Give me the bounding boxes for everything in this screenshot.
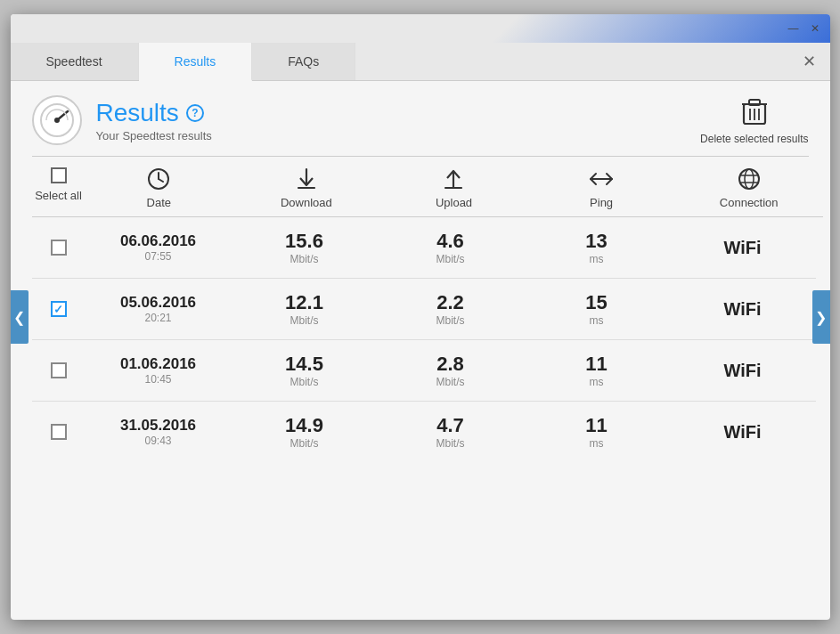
row-0-date: 06.06.2016 07:55 [86, 232, 232, 263]
minimize-button[interactable]: — [786, 20, 802, 37]
window-close-button[interactable]: ✕ [788, 43, 830, 80]
row-3-date: 31.05.2016 09:43 [86, 417, 232, 447]
table-row: 05.06.2016 20:21 12.1 Mbit/s 2.2 Mbit/s … [32, 279, 816, 340]
table-body: 06.06.2016 07:55 15.6 Mbit/s 4.6 Mbit/s … [32, 217, 823, 620]
ping-icon [589, 167, 614, 191]
col-download: Download [232, 167, 380, 209]
row-3-upload: 4.7 Mbit/s [378, 414, 524, 450]
row-2-upload: 2.8 Mbit/s [378, 353, 524, 388]
row-3-connection: WiFi [670, 422, 816, 443]
row-2-checkbox[interactable] [51, 362, 67, 378]
tab-results[interactable]: Results [139, 43, 253, 81]
header-title-group: Results ? Your Speedtest results [96, 99, 212, 142]
row-2-ping: 11 ms [524, 353, 670, 388]
row-3-download: 14.9 Mbit/s [232, 414, 378, 450]
col-ping-label: Ping [590, 196, 613, 209]
svg-point-17 [745, 169, 754, 189]
row-2-download: 14.5 Mbit/s [232, 353, 378, 388]
close-button[interactable]: ✕ [807, 20, 823, 37]
logo [32, 95, 82, 145]
table-wrapper: Select all Date Download [11, 157, 830, 620]
col-date: Date [86, 167, 233, 209]
select-all-checkbox[interactable] [51, 167, 67, 183]
row-3-checkbox[interactable] [51, 424, 67, 440]
row-0-connection: WiFi [670, 238, 816, 258]
col-connection: Connection [675, 167, 823, 209]
col-date-label: Date [147, 196, 171, 209]
header-subtitle: Your Speedtest results [96, 129, 212, 142]
header-left: Results ? Your Speedtest results [32, 95, 212, 145]
row-2-connection: WiFi [670, 361, 816, 381]
row-checkbox-cell [32, 301, 86, 317]
row-checkbox-cell [32, 240, 86, 256]
nav-left-arrow[interactable]: ❮ [11, 290, 29, 344]
row-1-connection: WiFi [670, 299, 816, 320]
help-button[interactable]: ? [186, 104, 204, 122]
col-ping: Ping [527, 167, 675, 209]
tab-bar: Speedtest Results FAQs ✕ [11, 43, 830, 81]
tab-speedtest[interactable]: Speedtest [11, 43, 139, 80]
row-checkbox-cell [32, 424, 86, 440]
svg-point-16 [739, 169, 759, 189]
row-1-upload: 2.2 Mbit/s [378, 291, 524, 327]
column-headers: Select all Date Download [32, 157, 823, 216]
header: Results ? Your Speedtest results Delete … [11, 81, 830, 156]
row-0-checkbox[interactable] [51, 240, 67, 256]
row-1-download: 12.1 Mbit/s [232, 291, 378, 327]
download-icon [295, 167, 318, 191]
clock-icon [147, 167, 170, 191]
tab-faqs[interactable]: FAQs [252, 43, 355, 80]
title-bar-controls: — ✕ [786, 20, 823, 37]
row-1-date: 05.06.2016 20:21 [86, 294, 232, 324]
table-row: 31.05.2016 09:43 14.9 Mbit/s 4.7 Mbit/s … [32, 402, 816, 462]
delete-selected-button[interactable]: Delete selected results [700, 95, 808, 145]
row-2-date: 01.06.2016 10:45 [86, 355, 232, 386]
row-checkbox-cell [32, 362, 86, 378]
col-select-label: Select all [35, 189, 82, 202]
speedtest-logo-icon [39, 102, 75, 138]
row-0-download: 15.6 Mbit/s [232, 230, 378, 265]
row-0-upload: 4.6 Mbit/s [378, 230, 524, 265]
header-title: Results ? [96, 99, 212, 127]
row-3-ping: 11 ms [524, 414, 670, 450]
row-1-ping: 15 ms [524, 291, 670, 327]
svg-line-10 [159, 179, 163, 182]
upload-icon [442, 167, 465, 191]
trash-icon [738, 95, 771, 127]
col-connection-label: Connection [720, 196, 779, 209]
col-upload: Upload [380, 167, 528, 209]
delete-label: Delete selected results [700, 133, 808, 145]
col-download-label: Download [281, 196, 332, 209]
row-1-checkbox[interactable] [51, 301, 67, 317]
nav-right-arrow[interactable]: ❯ [812, 290, 830, 344]
title-bar: — ✕ [11, 14, 830, 43]
col-upload-label: Upload [436, 196, 472, 209]
table-row: 06.06.2016 07:55 15.6 Mbit/s 4.6 Mbit/s … [32, 217, 816, 279]
row-0-ping: 13 ms [524, 230, 670, 265]
globe-icon [738, 167, 761, 191]
results-title: Results [96, 99, 179, 127]
svg-point-1 [54, 118, 60, 123]
table-row: 01.06.2016 10:45 14.5 Mbit/s 2.8 Mbit/s … [32, 340, 816, 402]
col-select-all: Select all [32, 167, 86, 209]
main-window: — ✕ Speedtest Results FAQs ✕ Results [11, 14, 830, 620]
